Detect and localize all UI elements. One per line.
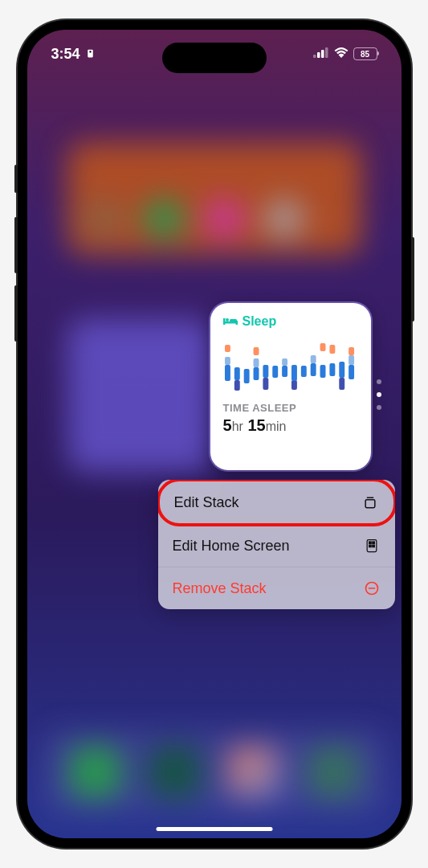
phone-frame: 3:54 bbox=[18, 20, 411, 848]
sleep-chart bbox=[223, 335, 358, 395]
svg-rect-16 bbox=[234, 367, 239, 380]
svg-rect-12 bbox=[263, 378, 268, 390]
svg-rect-1 bbox=[89, 51, 91, 52]
svg-rect-25 bbox=[320, 365, 325, 378]
svg-rect-34 bbox=[224, 345, 230, 352]
wifi-icon bbox=[334, 47, 349, 61]
svg-rect-3 bbox=[317, 52, 320, 58]
svg-rect-32 bbox=[310, 355, 316, 363]
svg-rect-44 bbox=[372, 545, 374, 547]
svg-rect-19 bbox=[263, 365, 268, 378]
bed-icon bbox=[223, 315, 238, 329]
focus-icon bbox=[85, 46, 96, 63]
apps-grid-icon bbox=[363, 537, 381, 555]
dynamic-island[interactable] bbox=[162, 43, 267, 73]
svg-rect-42 bbox=[372, 542, 374, 544]
svg-rect-17 bbox=[243, 369, 249, 383]
battery-indicator: 85 bbox=[353, 47, 377, 60]
status-time: 3:54 bbox=[51, 46, 80, 63]
svg-rect-7 bbox=[223, 318, 226, 325]
remove-icon bbox=[363, 579, 381, 597]
svg-rect-0 bbox=[88, 49, 93, 57]
cellular-signal-icon bbox=[313, 47, 329, 61]
menu-item-label: Edit Home Screen bbox=[173, 538, 290, 555]
widget-stack-page-indicator bbox=[377, 379, 381, 410]
menu-item-remove-stack[interactable]: Remove Stack bbox=[158, 567, 395, 609]
svg-rect-4 bbox=[321, 50, 324, 58]
home-indicator[interactable] bbox=[156, 827, 272, 831]
sleep-widget-title: Sleep bbox=[243, 314, 277, 329]
svg-rect-30 bbox=[253, 358, 259, 367]
svg-rect-26 bbox=[329, 363, 335, 376]
svg-rect-27 bbox=[339, 362, 344, 378]
svg-rect-14 bbox=[339, 378, 344, 390]
sleep-widget[interactable]: Sleep bbox=[210, 303, 371, 470]
svg-rect-33 bbox=[349, 355, 354, 365]
menu-item-label: Edit Stack bbox=[174, 494, 239, 511]
svg-rect-35 bbox=[253, 347, 259, 355]
svg-rect-5 bbox=[325, 47, 328, 58]
svg-rect-23 bbox=[300, 366, 306, 377]
svg-rect-18 bbox=[253, 367, 259, 380]
svg-rect-13 bbox=[291, 380, 296, 390]
svg-rect-11 bbox=[234, 380, 239, 391]
svg-rect-21 bbox=[282, 366, 287, 377]
widget-context-menu: Edit Stack Edit Home Screen bbox=[158, 480, 395, 609]
svg-rect-20 bbox=[272, 366, 278, 378]
svg-rect-15 bbox=[224, 365, 230, 381]
svg-rect-43 bbox=[369, 545, 371, 547]
stack-icon bbox=[361, 493, 379, 511]
svg-point-9 bbox=[226, 318, 229, 321]
menu-item-edit-stack[interactable]: Edit Stack bbox=[158, 480, 395, 526]
svg-rect-41 bbox=[369, 542, 371, 544]
svg-rect-24 bbox=[310, 363, 316, 376]
svg-rect-29 bbox=[224, 357, 230, 365]
svg-rect-37 bbox=[329, 345, 335, 354]
svg-rect-31 bbox=[282, 358, 287, 366]
svg-rect-22 bbox=[291, 365, 296, 381]
menu-item-edit-home-screen[interactable]: Edit Home Screen bbox=[158, 525, 395, 567]
volume-up-button[interactable] bbox=[14, 217, 18, 273]
svg-rect-38 bbox=[349, 347, 354, 355]
side-button[interactable] bbox=[411, 237, 414, 321]
svg-rect-36 bbox=[320, 343, 325, 351]
screen: 3:54 bbox=[27, 30, 402, 838]
time-asleep-value: 5hr 15min bbox=[223, 416, 358, 435]
menu-item-label: Remove Stack bbox=[173, 580, 267, 597]
svg-rect-39 bbox=[365, 500, 375, 508]
svg-rect-10 bbox=[230, 319, 237, 322]
mute-switch[interactable] bbox=[14, 165, 18, 193]
svg-rect-2 bbox=[313, 55, 316, 58]
volume-down-button[interactable] bbox=[14, 285, 18, 342]
svg-rect-28 bbox=[349, 365, 354, 379]
svg-rect-40 bbox=[367, 540, 377, 552]
time-asleep-label: TIME ASLEEP bbox=[223, 402, 358, 414]
